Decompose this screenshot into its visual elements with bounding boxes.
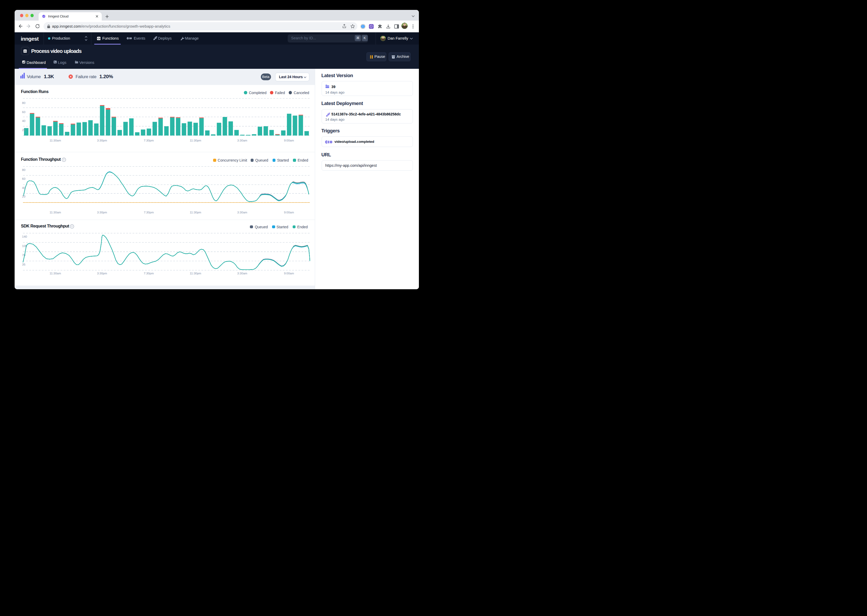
svg-text:80: 80 <box>22 101 25 104</box>
svg-text:3:30am: 3:30am <box>237 139 247 142</box>
svg-text:9:00am: 9:00am <box>284 272 294 275</box>
svg-text:140: 140 <box>22 235 27 238</box>
svg-text:20: 20 <box>22 129 25 132</box>
svg-text:11:30pm: 11:30pm <box>190 139 201 142</box>
svg-text:40: 40 <box>22 119 25 123</box>
svg-text:3:30pm: 3:30pm <box>97 211 107 214</box>
svg-text:7:30pm: 7:30pm <box>144 211 154 214</box>
svg-text:3:30am: 3:30am <box>237 272 247 275</box>
svg-text:3:30pm: 3:30pm <box>97 139 107 142</box>
svg-text:7:30pm: 7:30pm <box>144 272 154 275</box>
svg-text:60: 60 <box>22 178 25 181</box>
svg-text:11:30pm: 11:30pm <box>190 211 201 214</box>
svg-text:11:30am: 11:30am <box>50 139 61 142</box>
svg-text:9:00am: 9:00am <box>284 211 294 214</box>
svg-text:80: 80 <box>22 168 25 172</box>
svg-text:11:30am: 11:30am <box>50 272 61 275</box>
svg-text:11:30pm: 11:30pm <box>190 272 201 275</box>
svg-text:11:30am: 11:30am <box>50 211 61 214</box>
svg-text:7:30pm: 7:30pm <box>144 139 154 142</box>
svg-text:3:30pm: 3:30pm <box>97 272 107 275</box>
svg-text:60: 60 <box>22 110 25 114</box>
svg-text:3:30am: 3:30am <box>237 211 247 214</box>
svg-text:35: 35 <box>22 263 25 266</box>
svg-text:9:00am: 9:00am <box>284 139 294 142</box>
